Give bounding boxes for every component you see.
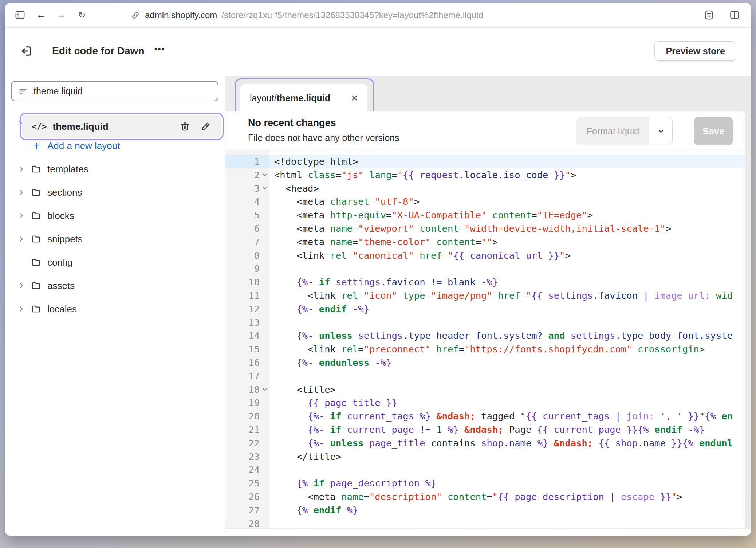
code-text: <meta name="description" content="{{ pag… [269, 490, 745, 504]
tree-item-locales[interactable]: locales [5, 297, 225, 321]
code-line-26[interactable]: 26 <meta name="description" content="{{ … [225, 490, 745, 504]
chevron-right-icon[interactable] [17, 212, 26, 220]
fold-chevron-icon[interactable] [262, 387, 268, 393]
tab-theme-liquid[interactable]: layout/theme.liquid × [240, 84, 367, 112]
line-number: 6 [225, 222, 269, 235]
tree-item-label: templates [47, 164, 88, 175]
code-line-22[interactable]: 22 {%- unless page_title contains shop.n… [225, 437, 745, 450]
line-number: 14 [225, 329, 269, 342]
preview-store-button[interactable]: Preview store [654, 41, 736, 61]
editor-card: No recent changes File does not have any… [225, 111, 745, 528]
code-line-13[interactable]: 13 [225, 316, 745, 329]
browser-toolbar: ← → ↻ admin.shopify.com/store/rzq1xu-f5/… [5, 3, 751, 28]
tree-item-assets[interactable]: assets [5, 274, 225, 297]
forward-button[interactable]: → [55, 8, 68, 22]
tree-item-label: locales [47, 304, 77, 315]
exit-icon[interactable] [20, 44, 33, 58]
format-options-dropdown[interactable] [649, 117, 673, 145]
code-line-25[interactable]: 25 {% if page_description %} [225, 477, 745, 490]
chevron-right-icon[interactable] [17, 305, 26, 313]
code-line-6[interactable]: 6 <meta name="viewport" content="width=d… [225, 222, 745, 235]
code-line-15[interactable]: 15 <link rel="preconnect" href="https://… [225, 342, 745, 356]
code-text: {{ page_title }} [269, 396, 745, 410]
code-text [269, 369, 745, 383]
code-text [269, 316, 745, 329]
code-text [269, 517, 745, 528]
page-settings-icon[interactable] [703, 8, 715, 22]
code-line-16[interactable]: 16 {%- endunless -%} [225, 356, 745, 369]
chevron-right-icon[interactable] [17, 282, 26, 290]
file-search-box[interactable] [11, 81, 218, 101]
line-number: 15 [225, 342, 269, 356]
tab-close-icon[interactable]: × [351, 93, 358, 103]
more-menu-button[interactable]: ••• [151, 42, 169, 56]
chevron-right-icon[interactable] [17, 165, 26, 173]
tree-item-label: snippets [47, 234, 83, 245]
chevron-right-icon[interactable] [17, 235, 26, 243]
tree-item-sections[interactable]: sections [5, 181, 225, 204]
code-line-23[interactable]: 23 </title> [225, 450, 745, 463]
line-number: 17 [225, 369, 269, 383]
code-line-24[interactable]: 24 [225, 463, 745, 477]
tree-item-config[interactable]: config [5, 251, 225, 274]
code-text: <!doctype html> [269, 155, 745, 168]
tree-item-templates[interactable]: templates [5, 157, 225, 181]
line-number: 9 [225, 262, 269, 275]
fold-chevron-icon[interactable] [262, 185, 268, 192]
code-text: <link rel="icon" type="image/png" href="… [269, 289, 745, 302]
code-line-17[interactable]: 17 [225, 369, 745, 383]
reload-button[interactable]: ↻ [76, 8, 88, 22]
code-line-5[interactable]: 5 <meta http-equiv="X-UA-Compatible" con… [225, 208, 745, 222]
code-text: {% endif %} [269, 504, 745, 517]
code-text: <meta name="viewport" content="width=dev… [269, 222, 745, 235]
tree-item-label: blocks [47, 210, 74, 222]
code-line-1[interactable]: 1<!doctype html> [225, 155, 745, 168]
code-line-19[interactable]: 19 {{ page_title }} [225, 396, 745, 410]
code-line-14[interactable]: 14 {%- unless settings.type_header_font.… [225, 329, 745, 342]
code-line-8[interactable]: 8 <link rel="canonical" href="{{ canonic… [225, 249, 745, 262]
code-editor[interactable]: 1<!doctype html>2<html class="js" lang="… [225, 150, 745, 528]
line-number: 24 [225, 463, 269, 477]
code-line-4[interactable]: 4 <meta charset="utf-8"> [225, 195, 745, 208]
code-line-20[interactable]: 20 {%- if current_tags %} &ndash; tagged… [225, 410, 745, 423]
line-number: 16 [225, 356, 269, 369]
chevron-right-icon[interactable] [17, 188, 26, 196]
tree-item-snippets[interactable]: snippets [5, 227, 225, 251]
split-view-icon[interactable] [728, 8, 741, 22]
format-liquid-button[interactable]: Format liquid [576, 117, 649, 145]
code-line-12[interactable]: 12 {%- endif -%} [225, 302, 745, 316]
folder-icon [31, 280, 42, 291]
code-text: {%- unless page_title contains shop.name… [269, 437, 745, 450]
folder-icon [31, 187, 42, 198]
code-line-21[interactable]: 21 {%- if current_page != 1 %} &ndash; P… [225, 423, 745, 437]
code-line-9[interactable]: 9 [225, 262, 745, 275]
code-line-28[interactable]: 28 [225, 517, 745, 528]
code-line-18[interactable]: 18 <title> [225, 383, 745, 396]
code-line-11[interactable]: 11 <link rel="icon" type="image/png" hre… [225, 289, 745, 302]
search-input[interactable] [33, 86, 211, 97]
code-line-3[interactable]: 3 <head> [225, 182, 745, 195]
sidebar-toggle-icon[interactable] [14, 8, 26, 22]
line-number: 21 [225, 423, 269, 437]
code-text: {%- if settings.favicon != blank -%} [269, 275, 745, 289]
delete-file-icon[interactable] [180, 121, 190, 132]
code-text [269, 262, 745, 275]
fold-chevron-icon[interactable] [262, 172, 268, 179]
code-line-7[interactable]: 7 <meta name="theme-color" content=""> [225, 235, 745, 249]
tree-item-blocks[interactable]: blocks [5, 204, 225, 227]
rename-file-icon[interactable] [200, 121, 211, 132]
code-line-2[interactable]: 2<html class="js" lang="{{ request.local… [225, 168, 745, 182]
status-subtitle: File does not have any other versions [248, 133, 399, 143]
back-button[interactable]: ← [35, 8, 47, 22]
line-number: 25 [225, 477, 269, 490]
line-number: 12 [225, 302, 269, 316]
page-title: Edit code for Dawn [52, 45, 145, 57]
code-line-27[interactable]: 27 {% endif %} [225, 504, 745, 517]
tree-item-theme.liquid[interactable]: </>theme.liquid [22, 115, 221, 138]
save-button[interactable]: Save [694, 117, 733, 145]
code-text: </title> [269, 450, 745, 463]
code-line-10[interactable]: 10 {%- if settings.favicon != blank -%} [225, 275, 745, 289]
code-text: <meta charset="utf-8"> [269, 195, 745, 208]
address-bar[interactable]: admin.shopify.com/store/rzq1xu-f5/themes… [130, 3, 483, 27]
folder-icon [31, 304, 42, 314]
